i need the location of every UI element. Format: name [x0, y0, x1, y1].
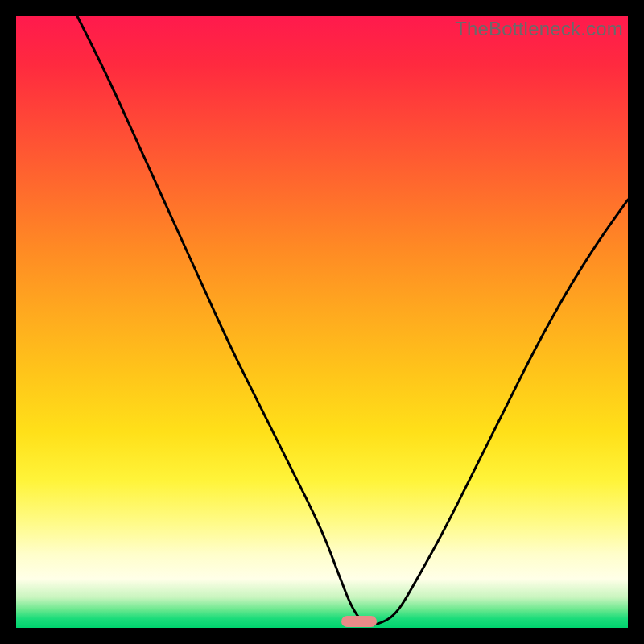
plot-background-gradient: [16, 16, 628, 628]
plot-frame: TheBottleneck.com: [16, 16, 628, 628]
optimum-marker: [341, 616, 377, 627]
watermark-text: TheBottleneck.com: [455, 18, 623, 40]
